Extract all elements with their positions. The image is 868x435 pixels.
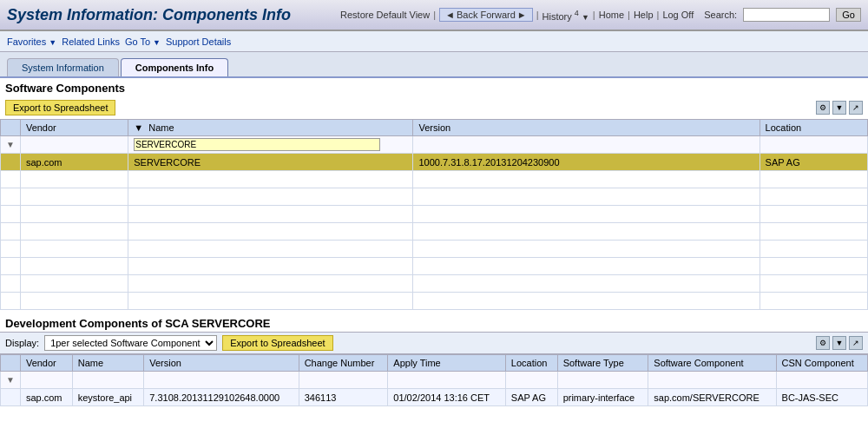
sw-col-name: ▼ Name [128,120,413,136]
sw-vendor-cell: sap.com [20,154,128,171]
dev-applytime-cell: 01/02/2014 13:16 CET [388,389,506,406]
dev-col-applytime: Apply Time [388,355,506,372]
dev-version-cell: 7.3108.20131129102648.0000 [144,389,299,406]
back-forward-button[interactable]: ◄ Back Forward ► [439,8,533,22]
sw-empty-row [1,206,868,223]
dev-csn-cell: BC-JAS-SEC [776,389,867,406]
sw-filter-row: ▼ [1,136,868,154]
sw-name-cell: SERVERCORE [128,154,413,171]
tabs-bar: System Information Components Info [0,52,868,78]
goto-dropdown-icon: ▼ [153,38,161,47]
dev-export-button[interactable]: Export to Spreadsheet [222,335,332,351]
forward-arrow-icon: ► [517,10,527,20]
dev-components-section: Development Components of SCA SERVERCORE… [0,313,868,406]
support-details-link[interactable]: Support Details [166,36,231,47]
sw-col-location: Location [760,120,867,136]
dev-data-table: Vendor Name Version Change Number Apply … [0,354,868,406]
dev-col-changenumber: Change Number [299,355,388,372]
history-link[interactable]: History 4 ▼ [542,9,589,22]
dev-col-location: Location [505,355,557,372]
dev-col-filtericon [1,355,21,372]
dev-export-icon[interactable]: ↗ [849,336,863,350]
dev-toolbar: Display: 1per selected Software Componen… [0,332,868,354]
filter-icon-inline: ▼ [134,122,143,133]
header-navigation: Restore Default View | ◄ Back Forward ► … [340,8,861,22]
sw-empty-row [1,293,868,310]
restore-link[interactable]: Restore Default View [340,10,430,20]
sw-table: Vendor ▼ Name Version Location ▼ [0,119,868,310]
sw-col-filtericon [1,120,21,136]
search-label: Search: [704,10,737,20]
sw-empty-row [1,223,868,241]
logoff-link[interactable]: Log Off [662,10,694,20]
sw-version-cell: 1000.7.31.8.17.20131204230900 [413,154,760,171]
sw-name-filter[interactable] [134,138,380,151]
dev-swcomponent-cell: sap.com/SERVERCORE [648,389,776,406]
go-to-link[interactable]: Go To ▼ [125,36,161,47]
sw-empty-row [1,275,868,293]
page-title: System Information: Components Info [7,6,291,24]
dev-settings-icon[interactable]: ⚙ [816,336,830,350]
sw-col-vendor: Vendor [20,120,128,136]
sw-empty-row [1,258,868,275]
dev-swtype-cell: primary-interface [557,389,648,406]
dev-change-cell: 346113 [299,389,388,406]
sw-toolbar: Export to Spreadsheet ⚙ ▼ ↗ [0,96,868,119]
back-arrow-icon: ◄ [445,10,455,20]
sw-empty-row [1,241,868,258]
go-button[interactable]: Go [836,8,861,22]
dev-name-cell: keystore_api [72,389,144,406]
search-input[interactable] [743,8,830,22]
help-link[interactable]: Help [634,10,654,20]
favorites-link[interactable]: Favorites ▼ [7,36,56,47]
display-select[interactable]: 1per selected Software Component [44,335,217,351]
sw-export-icon[interactable]: ↗ [849,101,863,115]
dev-col-swtype: Software Type [557,355,648,372]
dev-table-row[interactable]: sap.com keystore_api 7.3108.201311291026… [1,389,868,406]
home-link[interactable]: Home [599,10,624,20]
sw-data-table: Vendor ▼ Name Version Location ▼ [0,119,868,310]
dev-filter-icon-cell: ▼ [1,372,21,389]
dev-col-swcomponent: Software Component [648,355,776,372]
toolbar: Favorites ▼ Related Links Go To ▼ Suppor… [0,31,868,52]
sw-filter-icon-cell: ▼ [1,136,21,154]
sw-empty-row [1,188,868,206]
dev-filter-row: ▼ [1,372,868,389]
sw-row-selected[interactable]: sap.com SERVERCORE 1000.7.31.8.17.201312… [1,154,868,171]
dev-components-title: Development Components of SCA SERVERCORE [0,313,868,332]
tab-system-information[interactable]: System Information [7,58,119,76]
sw-location-cell: SAP AG [760,154,867,171]
dev-col-version: Version [144,355,299,372]
tab-components-info[interactable]: Components Info [121,58,228,76]
dev-table: Vendor Name Version Change Number Apply … [0,354,868,406]
sw-components-title: Software Components [0,78,868,96]
display-label: Display: [5,338,39,348]
dev-vendor-cell: sap.com [20,389,72,406]
dev-location-cell: SAP AG [505,389,557,406]
main-content: Software Components Export to Spreadshee… [0,78,868,435]
sw-empty-row [1,171,868,188]
sw-settings-icon[interactable]: ⚙ [816,101,830,115]
header: System Information: Components Info Rest… [0,0,868,31]
dev-col-vendor: Vendor [20,355,72,372]
dev-col-name: Name [72,355,144,372]
sw-filter-icon[interactable]: ▼ [832,101,846,115]
dev-filter-icon[interactable]: ▼ [832,336,846,350]
dev-col-csn: CSN Component [776,355,867,372]
related-links-link[interactable]: Related Links [62,36,120,47]
sw-export-button[interactable]: Export to Spreadsheet [5,100,115,115]
favorites-dropdown-icon: ▼ [49,38,56,47]
history-dropdown-icon: ▼ [582,12,589,21]
sw-col-version: Version [413,120,760,136]
